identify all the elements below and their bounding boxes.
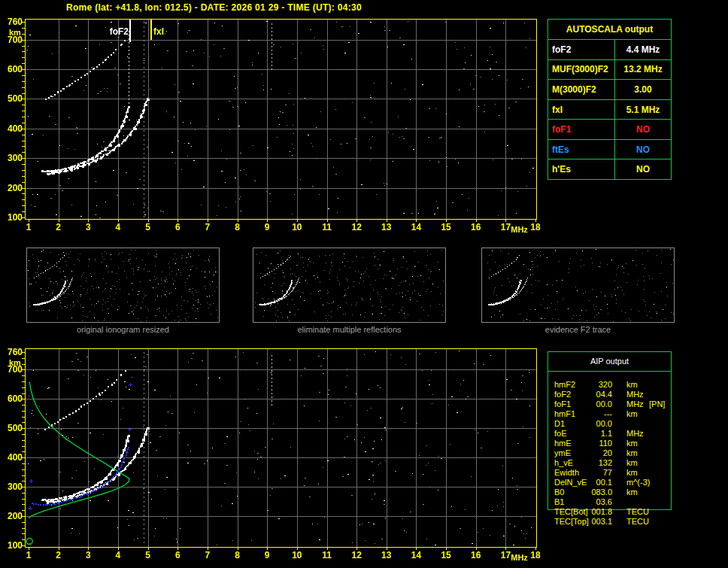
aip-table-row: foF100.0MHz[PN] (548, 399, 671, 409)
aip-row-unit: MHz (626, 390, 644, 399)
x-axis-label: 9 (257, 222, 277, 232)
x-axis-label: 13 (377, 550, 396, 560)
aip-row-value: 20 (578, 448, 612, 458)
aip-table-row: h_vE132km (548, 458, 671, 468)
autoscala-row-label: ftEs (548, 140, 614, 159)
autoscala-table-title: AUTOSCALA output (548, 20, 671, 39)
x-axis-label: 14 (406, 222, 426, 232)
aip-row-value: 132 (578, 458, 612, 468)
x-axis-unit-label: MHz (511, 225, 528, 234)
autoscala-row-value: NO (614, 120, 671, 139)
aip-row-value: 1.1 (578, 429, 612, 439)
x-axis-label: 7 (198, 550, 217, 560)
aip-row-value: 003.1 (578, 517, 612, 527)
y-axis-label: 500 (0, 93, 23, 104)
autoscala-app-window: Rome (lat: +41.8, lon: 012.5) - DATE: 20… (0, 0, 728, 568)
x-axis-label: 16 (466, 550, 486, 560)
autoscala-row-value: 3.00 (614, 80, 671, 99)
y-axis-unit-label: km (9, 28, 21, 37)
aip-row-unit: MHz (626, 399, 644, 409)
x-axis-label: 10 (287, 550, 307, 560)
autoscala-row-value: NO (614, 159, 671, 179)
autoscala-table-row: foF24.4 MHz (548, 39, 671, 59)
aip-table-row: ymE20km (548, 448, 671, 458)
aip-row-unit: MHz (626, 429, 644, 439)
y-axis-label: 200 (0, 183, 23, 193)
aip-table-row: hmF1---km (548, 409, 671, 419)
aip-row-name: B1 (554, 497, 564, 507)
aip-row-name: foE (554, 429, 567, 439)
autoscala-row-value: 5.1 MHz (614, 100, 671, 120)
x-axis-label: 7 (198, 222, 217, 232)
autoscala-row-value: NO (614, 140, 671, 159)
aip-table-row: DelN_vE00.1m^(-3) (548, 478, 671, 488)
aip-row-value: 00.1 (578, 478, 612, 488)
aip-row-name: h_vE (554, 458, 573, 468)
aip-row-unit: m^(-3) (626, 478, 650, 488)
top-ionogram-plot (20, 17, 540, 224)
x-axis-label: 5 (138, 550, 158, 560)
panel-caption-evidence: evidence F2 trace (481, 325, 675, 335)
aip-row-value: 04.4 (578, 390, 612, 399)
aip-row-name: B0 (554, 488, 564, 497)
aip-row-unit: km (626, 488, 638, 497)
aip-row-value: 03.6 (578, 497, 612, 507)
panel-original-ionogram-canvas (27, 248, 219, 322)
autoscala-row-label: MUF(3000)F2 (548, 60, 614, 80)
aip-row-unit: km (626, 448, 638, 458)
autoscala-row-value: 13.2 MHz (614, 60, 671, 80)
x-axis-label: 4 (108, 222, 128, 232)
y-axis-label: 200 (0, 511, 23, 521)
x-axis-label: 13 (377, 222, 396, 232)
x-axis-label: 1 (19, 550, 38, 560)
aip-row-name: foF2 (554, 390, 571, 399)
aip-table-row: TEC[Top]003.1TECU (548, 517, 671, 527)
aip-row-extra: [PN] (649, 399, 665, 409)
aip-row-value: 00.0 (578, 419, 612, 429)
y-axis-label: 300 (0, 153, 23, 163)
aip-table-title: AIP output (548, 352, 671, 372)
aip-row-value: 77 (578, 468, 612, 478)
panel-original-ionogram (26, 248, 220, 323)
x-axis-label: 4 (108, 550, 128, 560)
aip-output-table: AIP output hmF2320kmfoF204.4MHzfoF100.0M… (548, 351, 672, 510)
x-axis-label: 3 (78, 222, 98, 232)
y-axis-unit-label: km (9, 358, 21, 367)
panel-caption-eliminate: eliminate multiple reflections (253, 325, 446, 335)
aip-row-name: D1 (554, 419, 565, 429)
x-axis-label: 11 (317, 550, 337, 560)
x-axis-label: 2 (49, 222, 68, 232)
x-axis-label: 12 (347, 222, 366, 232)
x-axis-label: 11 (317, 222, 337, 232)
x-axis-label: 8 (228, 222, 247, 232)
x-axis-unit-label: MHz (511, 553, 528, 562)
y-axis-label: 600 (0, 393, 23, 404)
autoscala-table-row: M(3000)F23.00 (548, 79, 671, 99)
fxi-marker-label: fxI (153, 27, 164, 37)
fof2-marker-label: foF2 (102, 27, 129, 37)
autoscala-row-value: 4.4 MHz (614, 40, 671, 59)
aip-table-row: foE1.1MHz (548, 429, 671, 439)
aip-table-row: hmF2320km (548, 380, 671, 390)
autoscala-table-row: fxI5.1 MHz (548, 99, 671, 120)
aip-table-row: Ewidth77km (548, 468, 671, 478)
x-axis-label: 14 (406, 550, 426, 560)
aip-row-value: 110 (578, 439, 612, 448)
y-axis-label: 600 (0, 64, 23, 74)
aip-row-name: Ewidth (554, 468, 579, 478)
y-axis-label: 500 (0, 423, 23, 433)
x-axis-label: 6 (168, 550, 187, 560)
aip-row-name: foF1 (554, 399, 571, 409)
panel-caption-original: original ionogram resized (26, 325, 220, 335)
y-axis-label: 400 (0, 452, 23, 463)
panel-eliminate-reflections-canvas (253, 248, 445, 322)
aip-row-value: 00.0 (578, 399, 612, 409)
x-axis-label: 8 (228, 550, 247, 560)
aip-row-value: 001.8 (578, 507, 612, 517)
autoscala-row-label: foF2 (548, 40, 614, 59)
y-axis-label: 760 (0, 17, 23, 27)
x-axis-label: 3 (78, 550, 98, 560)
aip-row-unit: km (626, 380, 638, 390)
aip-row-unit: km (626, 439, 638, 448)
autoscala-table-row: ftEsNO (548, 139, 671, 159)
